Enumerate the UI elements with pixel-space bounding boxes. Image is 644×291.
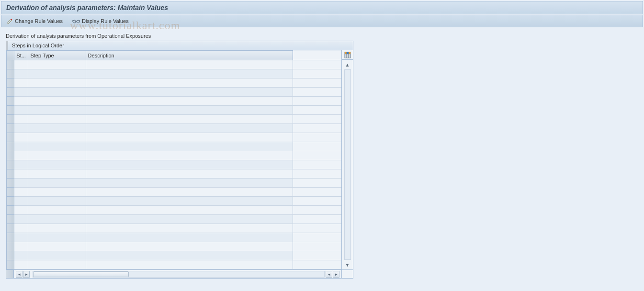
hscroll-right-button[interactable]: ◂ xyxy=(326,271,332,278)
cell-description[interactable] xyxy=(86,133,293,142)
hscroll-first-button[interactable]: ◂ xyxy=(16,271,23,278)
cell-step-type[interactable] xyxy=(28,224,86,233)
cell-description[interactable] xyxy=(86,260,293,269)
cell-description[interactable] xyxy=(86,224,293,233)
cell-step-type[interactable] xyxy=(28,151,86,160)
row-selector[interactable] xyxy=(7,197,14,206)
cell-st[interactable] xyxy=(14,124,28,133)
row-selector[interactable] xyxy=(7,206,14,215)
cell-description[interactable] xyxy=(86,197,293,206)
row-selector[interactable] xyxy=(7,88,14,97)
hscroll-thumb[interactable] xyxy=(33,271,129,277)
row-selector[interactable] xyxy=(7,179,14,188)
table-row[interactable] xyxy=(7,160,342,169)
row-selector[interactable] xyxy=(7,169,14,179)
cell-description[interactable] xyxy=(86,160,293,169)
table-row[interactable] xyxy=(7,215,342,224)
table-row[interactable] xyxy=(7,169,342,179)
cell-description[interactable] xyxy=(86,242,293,251)
column-header-description[interactable]: Description xyxy=(86,51,293,60)
hscroll-track[interactable] xyxy=(33,271,325,278)
vertical-scrollbar[interactable]: ▲ ▼ xyxy=(342,60,353,269)
table-row[interactable] xyxy=(7,78,342,88)
row-selector[interactable] xyxy=(7,124,14,133)
table-row[interactable] xyxy=(7,197,342,206)
cell-st[interactable] xyxy=(14,133,28,142)
cell-st[interactable] xyxy=(14,97,28,106)
cell-step-type[interactable] xyxy=(28,160,86,169)
vscroll-track[interactable] xyxy=(344,69,351,260)
cell-description[interactable] xyxy=(86,233,293,242)
cell-step-type[interactable] xyxy=(28,206,86,215)
cell-step-type[interactable] xyxy=(28,233,86,242)
cell-st[interactable] xyxy=(14,142,28,151)
cell-st[interactable] xyxy=(14,233,28,242)
row-selector[interactable] xyxy=(7,151,14,160)
cell-st[interactable] xyxy=(14,106,28,115)
cell-step-type[interactable] xyxy=(28,251,86,260)
cell-description[interactable] xyxy=(86,60,293,69)
cell-st[interactable] xyxy=(14,224,28,233)
cell-st[interactable] xyxy=(14,69,28,78)
cell-description[interactable] xyxy=(86,206,293,215)
table-row[interactable] xyxy=(7,69,342,78)
row-selector[interactable] xyxy=(7,260,14,269)
table-row[interactable] xyxy=(7,260,342,269)
hscroll-last-button[interactable]: ▸ xyxy=(333,271,339,278)
cell-step-type[interactable] xyxy=(28,242,86,251)
cell-description[interactable] xyxy=(86,142,293,151)
cell-step-type[interactable] xyxy=(28,60,86,69)
cell-description[interactable] xyxy=(86,215,293,224)
cell-st[interactable] xyxy=(14,188,28,197)
table-row[interactable] xyxy=(7,133,342,142)
table-row[interactable] xyxy=(7,179,342,188)
cell-description[interactable] xyxy=(86,188,293,197)
row-selector[interactable] xyxy=(7,115,14,124)
column-header-st[interactable]: St... xyxy=(14,51,28,60)
cell-step-type[interactable] xyxy=(28,78,86,88)
table-settings-button[interactable] xyxy=(342,50,353,60)
table-row[interactable] xyxy=(7,206,342,215)
row-selector[interactable] xyxy=(7,97,14,106)
column-header-step-type[interactable]: Step Type xyxy=(28,51,86,60)
cell-step-type[interactable] xyxy=(28,69,86,78)
row-selector-header[interactable] xyxy=(7,51,14,60)
cell-description[interactable] xyxy=(86,115,293,124)
table-row[interactable] xyxy=(7,242,342,251)
row-selector[interactable] xyxy=(7,233,14,242)
cell-step-type[interactable] xyxy=(28,88,86,97)
cell-description[interactable] xyxy=(86,69,293,78)
row-selector[interactable] xyxy=(7,60,14,69)
cell-description[interactable] xyxy=(86,124,293,133)
cell-st[interactable] xyxy=(14,179,28,188)
row-selector[interactable] xyxy=(7,242,14,251)
cell-st[interactable] xyxy=(14,197,28,206)
cell-st[interactable] xyxy=(14,60,28,69)
cell-st[interactable] xyxy=(14,206,28,215)
table-row[interactable] xyxy=(7,142,342,151)
change-rule-values-button[interactable]: Change Rule Values xyxy=(5,17,65,25)
cell-st[interactable] xyxy=(14,260,28,269)
cell-description[interactable] xyxy=(86,97,293,106)
table-row[interactable] xyxy=(7,60,342,69)
row-selector[interactable] xyxy=(7,215,14,224)
row-selector[interactable] xyxy=(7,160,14,169)
cell-step-type[interactable] xyxy=(28,142,86,151)
cell-description[interactable] xyxy=(86,88,293,97)
table-row[interactable] xyxy=(7,124,342,133)
row-selector[interactable] xyxy=(7,69,14,78)
cell-step-type[interactable] xyxy=(28,169,86,179)
cell-step-type[interactable] xyxy=(28,188,86,197)
row-selector[interactable] xyxy=(7,188,14,197)
row-selector[interactable] xyxy=(7,251,14,260)
cell-step-type[interactable] xyxy=(28,124,86,133)
cell-st[interactable] xyxy=(14,78,28,88)
cell-step-type[interactable] xyxy=(28,179,86,188)
cell-step-type[interactable] xyxy=(28,197,86,206)
table-row[interactable] xyxy=(7,224,342,233)
table-row[interactable] xyxy=(7,151,342,160)
cell-st[interactable] xyxy=(14,169,28,179)
cell-st[interactable] xyxy=(14,151,28,160)
row-selector[interactable] xyxy=(7,142,14,151)
cell-st[interactable] xyxy=(14,242,28,251)
